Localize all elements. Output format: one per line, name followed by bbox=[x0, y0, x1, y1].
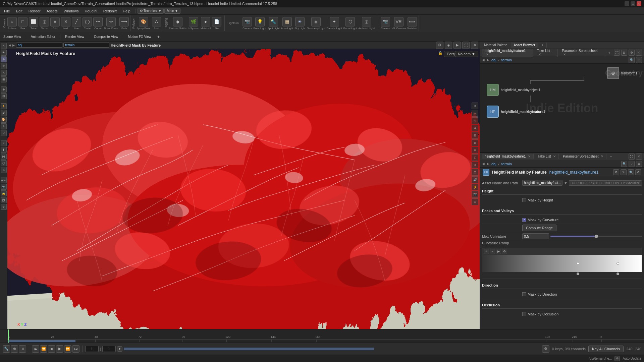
mask-by-occlusion-checkbox[interactable] bbox=[522, 312, 526, 316]
tube-tool[interactable]: ⬜ Tube bbox=[29, 17, 38, 30]
viewport-icon-3[interactable]: ◎ bbox=[472, 117, 478, 124]
orient-tool[interactable]: ⊹ bbox=[1, 204, 7, 210]
current-frame-input[interactable]: 1 bbox=[85, 346, 99, 352]
asset-browser-tab[interactable]: Asset Browser bbox=[511, 43, 538, 48]
camera-button[interactable]: No cam ▼ bbox=[455, 51, 478, 57]
ng-layout[interactable]: ⊞ bbox=[636, 57, 642, 63]
params-close-3[interactable]: ✕ bbox=[601, 155, 603, 158]
menu-houdini[interactable]: Houdini bbox=[82, 8, 100, 14]
technical-dropdown[interactable]: ⚙Technical▼ bbox=[138, 8, 164, 14]
params-tab-feature[interactable]: heightfield_maskbyfeature1 ✕ bbox=[482, 154, 534, 159]
ng-path-obj[interactable]: obj bbox=[491, 58, 496, 62]
material-palette-tab[interactable]: Material Palette bbox=[481, 43, 510, 48]
box-tool[interactable]: □ Box bbox=[18, 17, 28, 30]
node-maskbyfeature[interactable]: HF heightfield_maskbyfeature1 bbox=[487, 106, 545, 118]
params-search2[interactable]: 🔍 bbox=[628, 169, 634, 175]
path-tool[interactable]: ⟶ Path bbox=[119, 17, 129, 30]
asset-name-input[interactable] bbox=[522, 180, 562, 186]
soft-xform-tool[interactable]: ≈ bbox=[1, 140, 7, 146]
geometry-light-tool[interactable]: ◈ Geometry Light bbox=[307, 17, 325, 30]
spraypaint-tool[interactable]: 🎨 Spray Paint bbox=[137, 17, 150, 30]
spot-light-tool[interactable]: 🔦 Spot Light bbox=[267, 17, 279, 30]
ng-tab-params-spreadsheet[interactable]: Parameter Spreadsheet ✕ bbox=[559, 49, 605, 57]
select-tool[interactable]: ↖ bbox=[1, 43, 7, 49]
btn-pause-realtime[interactable]: ⏸ bbox=[19, 345, 26, 353]
params-history[interactable]: ↺ bbox=[635, 169, 641, 175]
btn-play-realtime[interactable]: ⏩ bbox=[64, 345, 71, 353]
sphere-tool[interactable]: ○ Sphere bbox=[7, 17, 17, 30]
handle-tool[interactable]: ⊞ bbox=[1, 76, 7, 82]
params-help[interactable]: ? bbox=[629, 161, 635, 167]
viewport-render[interactable]: ▶ bbox=[453, 42, 461, 49]
viewport[interactable]: ◀ ▶ HeightField Mask by Feature ⚙ ◈ ▶ ⛶ … bbox=[7, 42, 480, 329]
edit-tool[interactable]: ✎ bbox=[1, 123, 7, 129]
viewport-icon-12[interactable]: ⚡ bbox=[472, 184, 478, 190]
transform-tool[interactable]: ⊕ bbox=[1, 56, 7, 62]
menu-file[interactable]: File bbox=[1, 8, 13, 14]
viewport-lock-icon[interactable]: 🔒 bbox=[438, 51, 443, 55]
ng-path-terrain[interactable]: terrain bbox=[501, 58, 512, 62]
pivot-tool[interactable]: ⊗ bbox=[1, 86, 7, 93]
ramp-point-1[interactable] bbox=[577, 262, 579, 265]
nav-forward[interactable]: ▶ bbox=[12, 44, 15, 47]
params-settings2[interactable]: ⚙ bbox=[636, 161, 642, 167]
mask-by-height-checkbox[interactable] bbox=[522, 198, 526, 202]
ambient-light-tool[interactable]: ◎ Ambient Light bbox=[358, 17, 375, 30]
stb-render-view[interactable]: Render View bbox=[63, 34, 86, 39]
viewport-icon-11[interactable]: 🔊 bbox=[472, 176, 478, 183]
params-icon-2[interactable]: ✕ bbox=[636, 154, 642, 160]
mask-by-direction-checkbox[interactable] bbox=[522, 292, 526, 296]
camera-tool[interactable]: 📷 Camera bbox=[243, 17, 252, 30]
viewport-settings[interactable]: ⚙ bbox=[436, 42, 443, 49]
ramp-add[interactable]: + bbox=[484, 249, 489, 254]
ramp-point-2[interactable] bbox=[616, 262, 619, 265]
view-tool[interactable]: 👁 bbox=[1, 50, 7, 56]
viewport-icon-4[interactable]: ◈ bbox=[472, 125, 478, 131]
btn-stop-square[interactable]: ■ bbox=[48, 345, 55, 353]
viewport-close[interactable]: ✕ bbox=[471, 42, 478, 49]
ng-close[interactable]: ✕ bbox=[636, 50, 642, 56]
menu-help[interactable]: Help bbox=[120, 8, 133, 14]
caustic-light-tool[interactable]: ✦ Caustic Light bbox=[327, 17, 342, 30]
lock[interactable]: 🔒 bbox=[1, 190, 7, 196]
params-close-2[interactable]: ✕ bbox=[553, 155, 556, 158]
viewport-icon-9[interactable]: ⊙ bbox=[472, 162, 478, 168]
poly-tool[interactable]: ⬡ bbox=[1, 160, 7, 166]
platonic-tool[interactable]: ◆ Platonic Solids bbox=[169, 17, 186, 30]
lsystem-tool[interactable]: 🌿 L-System bbox=[188, 17, 199, 30]
menu-assets[interactable]: Assets bbox=[44, 8, 60, 14]
params-nav-forward[interactable]: ▶ bbox=[487, 162, 489, 166]
viewport-icon-13[interactable]: 📷 bbox=[472, 191, 478, 198]
portal-light-tool[interactable]: ⬡ Portal Light bbox=[343, 17, 357, 30]
ramp-canvas[interactable] bbox=[482, 255, 642, 272]
btn-play-forward[interactable]: ▶ bbox=[56, 345, 63, 353]
ng-grid[interactable]: ⊞ bbox=[621, 50, 627, 56]
torus-tool[interactable]: ◎ Torus bbox=[40, 17, 49, 30]
frame-step-input[interactable] bbox=[102, 346, 116, 352]
photo-tool[interactable]: 🖼 bbox=[1, 197, 7, 203]
ramp-play[interactable]: ▶ bbox=[496, 249, 501, 254]
line-tool[interactable]: ╱ Line bbox=[72, 17, 81, 30]
stb-scene-view[interactable]: Scene View bbox=[1, 34, 23, 39]
key-all-channels-button[interactable]: Key All Channels bbox=[588, 346, 624, 352]
menu-render[interactable]: Render bbox=[26, 8, 43, 14]
viewport-icon-7[interactable]: ≡ bbox=[472, 147, 478, 154]
camera2-tool[interactable]: 📷 Camera bbox=[381, 17, 390, 30]
knife-tool[interactable]: ⚔ bbox=[1, 167, 7, 173]
status-settings[interactable]: ⚙ bbox=[614, 356, 620, 361]
compute-range-button[interactable]: Compute Range bbox=[522, 225, 556, 231]
btn-next-key[interactable]: ⏭ bbox=[72, 345, 79, 353]
minimize-button[interactable]: ─ bbox=[625, 1, 629, 6]
ng-nav-back[interactable]: ◀ bbox=[482, 58, 485, 62]
null-tool[interactable]: ✕ Null bbox=[61, 17, 70, 30]
params-pencil[interactable]: ✎ bbox=[621, 169, 627, 175]
viewport-display[interactable]: ◈ bbox=[445, 42, 452, 49]
grid-tool[interactable]: # Grid bbox=[50, 17, 60, 30]
ng-tab-close-1[interactable]: ✕ bbox=[486, 53, 489, 56]
mask-by-curvature-checkbox[interactable] bbox=[522, 218, 526, 222]
drawcurve-tool[interactable]: ✏ Draw Curve bbox=[104, 17, 118, 30]
viewport-icon-8[interactable]: ◻ bbox=[472, 154, 478, 161]
fuse-tool[interactable]: ⋈ bbox=[1, 154, 7, 160]
params-path-obj[interactable]: obj bbox=[491, 162, 496, 166]
params-search[interactable]: 🔍 bbox=[621, 161, 627, 167]
